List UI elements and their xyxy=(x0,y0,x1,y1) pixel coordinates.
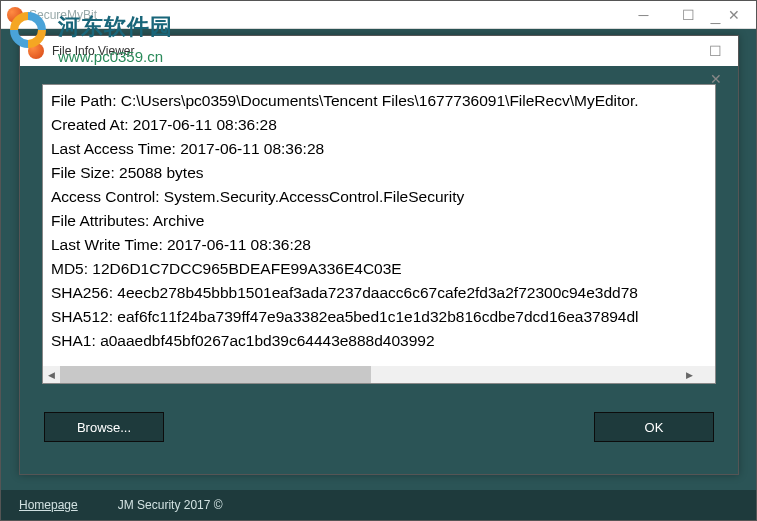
inner-window-title: File Info Viewer xyxy=(52,44,693,58)
copyright-text: JM Security 2017 © xyxy=(118,498,223,512)
created-at-row: Created At: 2017-06-11 08:36:28 xyxy=(51,113,707,137)
scroll-left-icon[interactable]: ◀ xyxy=(43,366,60,383)
file-attributes-row: File Attributes: Archive xyxy=(51,209,707,233)
scrollbar-corner xyxy=(698,366,715,383)
scrollbar-thumb[interactable] xyxy=(60,366,371,383)
footer: Homepage JM Security 2017 © xyxy=(1,490,756,520)
button-row: Browse... OK xyxy=(42,412,716,442)
sha1-row: SHA1: a0aaedbf45bf0267ac1bd39c64443e888d… xyxy=(51,329,707,353)
outer-body: File Info Viewer ─ ☐ ✕ File Path: C:\Use… xyxy=(1,29,756,490)
sha256-row: SHA256: 4eecb278b45bbb1501eaf3ada7237daa… xyxy=(51,281,707,305)
horizontal-scrollbar[interactable]: ◀ ▶ xyxy=(43,366,698,383)
access-control-row: Access Control: System.Security.AccessCo… xyxy=(51,185,707,209)
outer-window-title: SecureMyBit xyxy=(29,8,621,22)
last-write-row: Last Write Time: 2017-06-11 08:36:28 xyxy=(51,233,707,257)
maximize-button[interactable]: ☐ xyxy=(693,37,738,65)
browse-button[interactable]: Browse... xyxy=(44,412,164,442)
ok-button[interactable]: OK xyxy=(594,412,714,442)
homepage-link[interactable]: Homepage xyxy=(19,498,78,512)
file-path-row: File Path: C:\Users\pc0359\Documents\Ten… xyxy=(51,89,707,113)
inner-window-controls: ─ ☐ ✕ xyxy=(693,9,738,93)
md5-row: MD5: 12D6D1C7DCC965BDEAFE99A336E4C03E xyxy=(51,257,707,281)
app-icon xyxy=(7,7,23,23)
file-info-content: File Path: C:\Users\pc0359\Documents\Ten… xyxy=(43,85,715,366)
scroll-right-icon[interactable]: ▶ xyxy=(681,366,698,383)
file-size-row: File Size: 25088 bytes xyxy=(51,161,707,185)
inner-window: File Info Viewer ─ ☐ ✕ File Path: C:\Use… xyxy=(19,35,739,475)
inner-titlebar[interactable]: File Info Viewer ─ ☐ ✕ xyxy=(20,36,738,66)
outer-titlebar[interactable]: SecureMyBit ─ ☐ ✕ xyxy=(1,1,756,29)
last-access-row: Last Access Time: 2017-06-11 08:36:28 xyxy=(51,137,707,161)
sha512-row: SHA512: eaf6fc11f24ba739ff47e9a3382ea5be… xyxy=(51,305,707,329)
minimize-button[interactable]: ─ xyxy=(693,9,738,37)
content-area: File Path: C:\Users\pc0359\Documents\Ten… xyxy=(20,66,738,456)
minimize-button[interactable]: ─ xyxy=(621,1,666,29)
outer-window: SecureMyBit ─ ☐ ✕ File Info Viewer ─ ☐ ✕ xyxy=(0,0,757,521)
file-info-textbox[interactable]: File Path: C:\Users\pc0359\Documents\Ten… xyxy=(42,84,716,384)
app-icon xyxy=(28,43,44,59)
scrollbar-track[interactable] xyxy=(60,366,681,383)
